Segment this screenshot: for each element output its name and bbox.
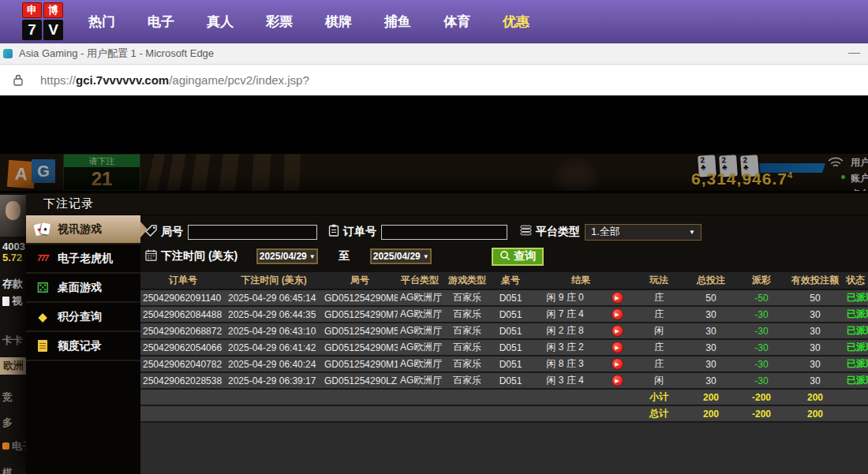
date-from-picker[interactable]: 2025/04/29 ▼ [256, 248, 318, 264]
clipboard-icon [328, 224, 339, 240]
nav-item[interactable]: 优惠 [503, 13, 529, 31]
avatar [0, 195, 26, 237]
cell-status: 已派彩 [844, 306, 868, 323]
cell: AG欧洲厅 [398, 339, 442, 356]
table-row: 2504290620911402025-04-29 06:45:14GD0512… [140, 289, 868, 306]
bg-left-item: 竞 [2, 390, 26, 405]
nav-item[interactable]: 电子 [148, 13, 174, 31]
grand-total-payout: -200 [737, 405, 786, 422]
sidebar-item[interactable]: ⚄桌面游戏 [26, 274, 140, 303]
column-header: 状态 [844, 272, 868, 289]
cell: AG欧洲厅 [398, 289, 442, 306]
modal-title: 下注记录 [26, 193, 868, 215]
cell: AG欧洲厅 [398, 372, 442, 389]
cell: 2025-04-29 06:39:17 [226, 372, 322, 389]
cell-bet-type: 庄 [633, 306, 685, 323]
table-row: 2504290620407822025-04-29 06:40:24GD0512… [140, 356, 868, 372]
table-row: 2504290620844882025-04-29 06:44:35GD0512… [140, 306, 868, 323]
cell: D051 [492, 356, 529, 372]
bg-left-item: 存款 [2, 277, 26, 291]
cell: 250429062068872 [140, 323, 226, 339]
cell-payout: -30 [737, 356, 786, 372]
bg-left-item: 视 [2, 294, 26, 308]
cell: D051 [492, 339, 529, 356]
play-icon[interactable]: ▶ [612, 342, 623, 353]
cell: 2025-04-29 06:45:14 [226, 289, 322, 306]
platform-type-select[interactable]: 1.全部 ▼ [585, 224, 702, 241]
cell: 百家乐 [442, 339, 492, 356]
play-icon[interactable]: ▶ [612, 325, 623, 337]
order-number-input[interactable] [381, 225, 507, 240]
slot-777-icon: 777 [34, 251, 51, 267]
bet-time-label: 下注时间 (美东) [161, 249, 238, 263]
cell-total-bet: 30 [685, 339, 737, 356]
search-button[interactable]: 查询 [492, 248, 544, 266]
grand-total-total-bet: 200 [685, 405, 737, 422]
play-icon[interactable]: ▶ [612, 358, 623, 370]
lock-icon[interactable] [13, 74, 23, 86]
modal-content: 局号 订单号 平台类型 1.全部 ▼ [140, 215, 868, 474]
cell-payout: -50 [737, 289, 786, 306]
cell: ▶ [601, 323, 633, 339]
cell-total-bet: 30 [685, 372, 737, 389]
nav-item[interactable]: 热门 [88, 13, 115, 31]
chevron-down-icon: ▼ [689, 229, 695, 236]
sidebar-item[interactable]: 777电子老虎机 [26, 244, 140, 274]
date-to-picker[interactable]: 2025/04/29 ▼ [370, 248, 432, 264]
logo-cell: 7 [22, 20, 42, 40]
nav-item[interactable]: 彩票 [266, 13, 293, 31]
platform-list-icon [520, 225, 532, 239]
column-header: 下注时间 (美东) [226, 272, 322, 289]
cell [140, 389, 633, 405]
column-header: 派彩 [737, 272, 786, 289]
cell-status: 已派彩 [844, 323, 868, 339]
nav-item[interactable]: 体育 [443, 13, 470, 31]
bg-left-item: 5.72 [2, 252, 26, 263]
cell: 闲 3 庄 2 [529, 339, 601, 356]
play-icon[interactable]: ▶ [612, 292, 623, 304]
top-nav: 申 博 7 V 热门电子真人彩票棋牌捕鱼体育优惠 [0, 0, 868, 43]
sidebar-item[interactable]: ◆积分查询 [26, 303, 140, 332]
cell: ▶ [601, 372, 633, 389]
cell-payout: -30 [737, 306, 786, 323]
bg-left-item: 4003 [2, 241, 26, 252]
cell: GD051254290LZ [322, 372, 398, 389]
nav-item[interactable]: 捕鱼 [384, 13, 411, 31]
play-icon[interactable]: ▶ [612, 375, 623, 386]
cell: 百家乐 [442, 323, 492, 339]
chevron-down-icon: ▼ [309, 253, 316, 260]
cell: GD051254290M7 [322, 306, 398, 323]
play-icon[interactable]: ▶ [612, 308, 623, 320]
cell: 闲 7 庄 4 [529, 306, 601, 323]
sidebar-item[interactable]: 额度记录 [26, 332, 140, 361]
sidebar-item[interactable]: ♥♠视讯游戏 [26, 215, 140, 244]
cell-valid-bet: 30 [786, 323, 844, 339]
column-header: 订单号 [140, 272, 226, 289]
subtotal-label: 小计 [633, 389, 685, 405]
cell-payout: -30 [737, 339, 786, 356]
minimize-button[interactable]: — [848, 45, 860, 58]
subtotal-total-bet: 200 [685, 389, 737, 405]
cell-bet-type: 闲 [633, 323, 685, 339]
nav-item[interactable]: 棋牌 [325, 13, 352, 31]
table-row: 2504290620540662025-04-29 06:41:42GD0512… [140, 339, 868, 356]
bet-records-table-wrap: 订单号下注时间 (美东)局号平台类型游戏类型桌号结果玩法总投注派彩有效投注额状态… [140, 272, 868, 474]
column-header: 游戏类型 [442, 272, 492, 289]
cell: 250429062040782 [140, 356, 226, 372]
nav-item[interactable]: 真人 [207, 13, 234, 31]
order-number-label: 订单号 [343, 225, 376, 239]
url-text[interactable]: https://gci.7vvvvvv.com/agingame/pcv2/in… [40, 73, 309, 87]
address-bar[interactable]: https://gci.7vvvvvv.com/agingame/pcv2/in… [0, 65, 868, 95]
cell: 闲 2 庄 8 [529, 323, 601, 339]
cell-valid-bet: 30 [786, 306, 844, 323]
column-header: 平台类型 [398, 272, 442, 289]
cell: ▶ [601, 306, 633, 323]
round-number-input[interactable] [188, 225, 317, 240]
cell: D051 [492, 372, 529, 389]
round-number-label: 局号 [161, 225, 183, 239]
cell-valid-bet: 30 [786, 339, 844, 356]
cell-valid-bet: 30 [786, 356, 844, 372]
column-header: 玩法 [633, 272, 685, 289]
table-row: 2504290620688722025-04-29 06:43:10GD0512… [140, 323, 868, 339]
grand-total-label: 总计 [633, 405, 685, 422]
